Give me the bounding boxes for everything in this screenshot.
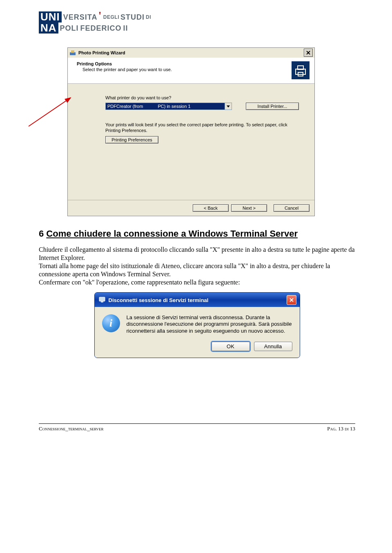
wizard-step-subtitle: Select the printer and paper you want to… xyxy=(82,67,172,72)
dialog-titlebar: Disconnetti sessione di Servizi terminal xyxy=(95,293,300,307)
printing-preferences-button[interactable]: Printing Preferences xyxy=(105,136,158,143)
window-title: Photo Printing Wizard xyxy=(78,50,125,55)
annotation-arrow xyxy=(27,96,76,128)
page-footer: Connessione_terminal_server Pag. 13 di 1… xyxy=(39,423,355,432)
logo-text: DEGLI xyxy=(103,15,119,20)
footer-page-number: Pag. 13 di 13 xyxy=(327,425,355,432)
dialog-title: Disconnetti sessione di Servizi terminal xyxy=(109,297,209,303)
app-icon xyxy=(69,49,76,56)
printer-icon xyxy=(292,61,310,79)
window-titlebar: Photo Printing Wizard xyxy=(68,48,314,58)
footer-doc-name: Connessione_terminal_server xyxy=(39,425,103,432)
disconnect-dialog: Disconnetti sessione di Servizi terminal… xyxy=(94,292,300,358)
svg-rect-8 xyxy=(99,297,105,301)
cancel-button[interactable]: Cancel xyxy=(274,204,310,212)
wizard-step-title: Printing Options xyxy=(77,61,172,66)
logo-box: UNI xyxy=(39,11,62,22)
section-heading: 6 Come chiudere la connessione a Windows… xyxy=(39,228,355,239)
chevron-down-icon[interactable] xyxy=(225,103,232,110)
section-title: Come chiudere la connessione a Windows T… xyxy=(46,228,298,239)
section-number: 6 xyxy=(39,228,46,239)
dropdown-value: PC) in session 1 xyxy=(158,104,190,109)
wizard-footer: < Back Next > Cancel xyxy=(68,200,314,216)
svg-rect-1 xyxy=(70,52,76,55)
dropdown-value: PDFCreator (from xyxy=(107,104,143,109)
university-logo: UNI VERSITA ' DEGLI STUDI DI NA POLI FED… xyxy=(39,11,355,34)
paper-hint-text: Your prints will look best if you select… xyxy=(105,122,305,127)
logo-box: NA xyxy=(39,22,58,34)
paper-hint-text: Printing Preferences. xyxy=(105,128,305,133)
close-button[interactable] xyxy=(287,295,296,305)
ok-button[interactable]: OK xyxy=(212,342,250,351)
logo-text: DI xyxy=(146,15,151,20)
terminal-icon xyxy=(99,296,105,304)
install-printer-button[interactable]: Install Printer... xyxy=(246,103,299,110)
photo-printing-wizard-window: Photo Printing Wizard Printing Options S… xyxy=(67,47,315,216)
close-button[interactable] xyxy=(304,49,313,57)
logo-text: II xyxy=(123,25,128,32)
svg-line-0 xyxy=(29,98,71,126)
info-icon: i xyxy=(102,314,120,332)
printer-dropdown[interactable]: PDFCreator (from PC) in session 1 xyxy=(105,103,232,110)
svg-rect-9 xyxy=(101,301,103,302)
dialog-message: La sessione di Servizi terminal verrà di… xyxy=(127,314,292,334)
next-button[interactable]: Next > xyxy=(231,204,267,212)
logo-apostrophe: ' xyxy=(98,12,101,19)
logo-text: STUDI xyxy=(120,13,145,21)
logo-text: VERSITA xyxy=(63,13,98,21)
svg-rect-2 xyxy=(71,50,74,53)
printer-question-label: What printer do you want to use? xyxy=(105,95,305,100)
wizard-body: What printer do you want to use? PDFCrea… xyxy=(68,84,314,200)
wizard-header: Printing Options Select the printer and … xyxy=(68,58,314,84)
body-paragraph: Chiudere il collegamento al sistema di p… xyxy=(39,246,355,287)
annulla-button[interactable]: Annulla xyxy=(254,342,292,351)
logo-text: POLI xyxy=(60,25,79,32)
logo-text: FEDERICO xyxy=(80,25,122,32)
back-button[interactable]: < Back xyxy=(193,204,229,212)
